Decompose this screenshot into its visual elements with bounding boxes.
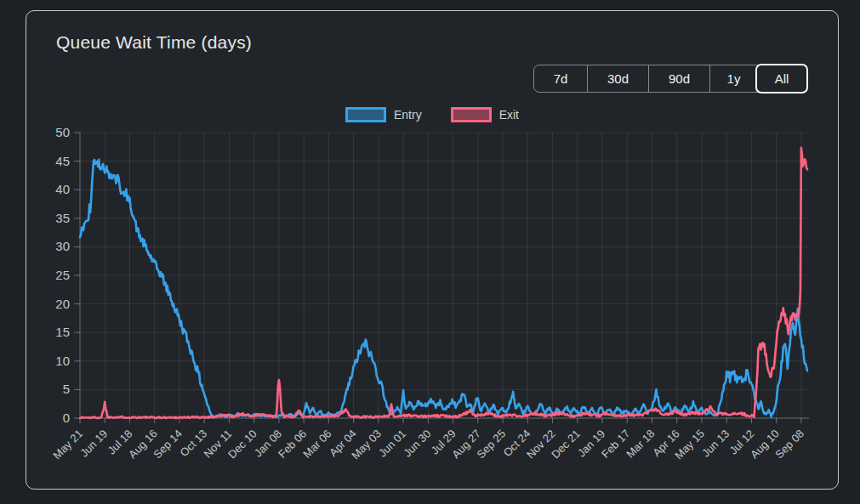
entry-line [80,160,807,417]
range-button-1y[interactable]: 1y [709,65,757,92]
x-tick-label: Dec 21 [549,428,583,462]
range-button-7d[interactable]: 7d [534,65,587,92]
y-tick-label: 5 [63,382,70,396]
range-button-30d[interactable]: 30d [587,65,648,92]
y-tick-label: 40 [55,182,70,196]
y-tick-label: 30 [55,239,70,253]
chart-card: Queue Wait Time (days) 7d30d90d1yAll Ent… [26,10,839,490]
x-tick-label: Dec 10 [225,428,259,462]
range-button-all[interactable]: All [755,64,808,93]
legend-swatch-exit [451,107,492,122]
y-tick-label: 10 [55,354,70,368]
x-tick-label: Sep 14 [151,428,185,462]
legend-item-entry[interactable]: Entry [345,107,422,122]
chart-legend: EntryExit [26,107,838,122]
legend-swatch-entry [345,107,386,122]
x-tick-label: May 21 [50,428,85,462]
queue-wait-time-chart[interactable]: 05101520253035404550May 21Jun 19Jul 18Au… [26,122,840,490]
x-tick-label: Jun 01 [376,428,408,460]
x-tick-label: Jun 19 [77,428,110,460]
x-tick-label: Jun 13 [699,428,732,460]
y-tick-label: 0 [63,411,70,425]
x-tick-label: Sep 08 [772,428,806,462]
x-tick-label: Mar 06 [300,428,333,461]
x-tick-label: Mar 18 [624,428,657,461]
x-tick-label: Jun 30 [401,428,433,460]
y-tick-label: 50 [55,125,70,139]
axes [74,133,809,423]
x-tick-label: Sep 25 [474,428,508,462]
exit-line [80,148,807,418]
range-button-90d[interactable]: 90d [648,65,709,92]
chart-title: Queue Wait Time (days) [56,32,252,53]
legend-label-exit: Exit [499,108,519,122]
y-tick-label: 20 [55,297,70,311]
y-tick-label: 45 [55,154,70,168]
legend-item-exit[interactable]: Exit [451,107,519,122]
y-tick-label: 15 [55,325,70,339]
time-range-selector: 7d30d90d1yAll [533,65,807,93]
legend-label-entry: Entry [394,108,422,122]
gridlines [80,133,809,418]
y-tick-label: 25 [55,268,70,282]
y-tick-label: 35 [55,211,70,225]
